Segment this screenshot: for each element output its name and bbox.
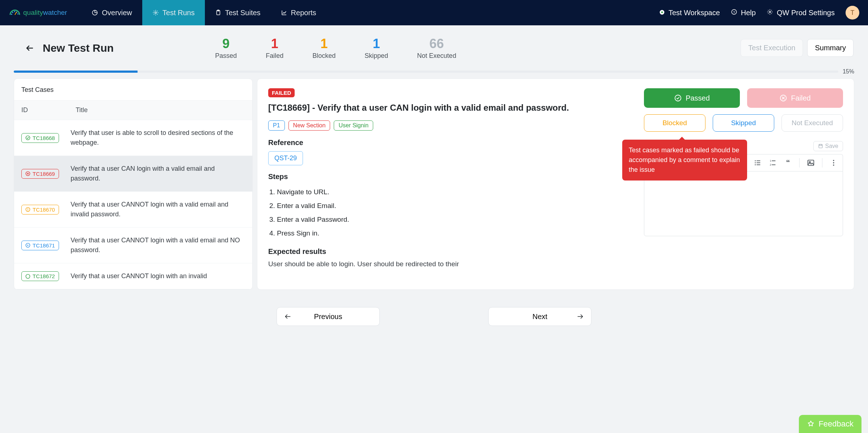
x-circle-icon [779,94,787,102]
nav-tab-overview[interactable]: Overview [81,0,142,25]
help-link[interactable]: ? Help [731,9,756,17]
next-button[interactable]: Next [488,307,591,326]
tc-id: TC18668 [33,135,55,141]
svg-point-21 [755,160,756,161]
svg-point-25 [755,164,756,165]
svg-point-16 [26,274,30,278]
svg-text:1: 1 [770,159,771,162]
list-row[interactable]: TC18670 Verify that a user CANNOT login … [14,192,252,228]
tc-title: Verify that a user CANNOT login with a v… [71,235,245,255]
action-skipped-button[interactable]: Skipped [713,114,774,132]
svg-text:?: ? [733,10,735,14]
tc-id: TC18669 [33,171,55,177]
page-title: New Test Run [43,42,114,54]
tc-title: Verify that a user CAN login with a vali… [71,164,245,183]
save-label: Save [825,143,838,149]
test-cases-panel: Test Cases ID Title TC18668 Verify that … [14,78,253,290]
svg-point-35 [833,165,834,166]
status-badge: TC18671 [21,241,59,250]
nav-tab-label: Reports [291,9,316,17]
list-body[interactable]: TC18668 Verify that user is able to scro… [14,120,252,289]
stat-value: 66 [417,36,456,51]
action-blocked-button[interactable]: Blocked [644,114,705,132]
circle-dot-icon [659,9,665,17]
help-label: Help [741,9,756,17]
back-arrow-icon[interactable] [25,44,34,52]
list-row[interactable]: TC18668 Verify that user is able to scro… [14,120,252,156]
test-cases-title: Test Cases [14,79,252,101]
svg-point-33 [833,160,834,161]
settings-link[interactable]: QW Prod Settings [767,9,835,17]
pager: Previous Next [0,298,868,335]
nav-tab-test-suites[interactable]: Test Suites [205,0,271,25]
button-label: Passed [686,94,710,102]
workspace-selector[interactable]: Test Workspace [659,9,720,17]
numbered-list-icon[interactable]: 12 [769,159,777,167]
list-row[interactable]: TC18669 Verify that a user CAN login wit… [14,156,252,192]
actions-sidebar: Passed Failed Blocked Skipped Not Execut… [640,79,854,289]
avatar[interactable]: T [846,6,859,20]
settings-label: QW Prod Settings [777,9,835,17]
step-item: Navigate to URL. [277,185,629,199]
list-row[interactable]: TC18672 Verify that a user CANNOT login … [14,263,252,289]
svg-line-0 [15,12,17,15]
stat-label: Passed [215,52,237,60]
bullet-list-icon[interactable] [754,159,762,167]
nav-tab-reports[interactable]: Reports [271,0,326,25]
tag-module: User Signin [334,120,373,131]
tags-row: P1 New Section User Signin [268,120,629,131]
main-content: Test Cases ID Title TC18668 Verify that … [0,78,868,298]
stat-label: Blocked [312,52,336,60]
logo[interactable]: qualitywatcher [9,9,67,17]
button-label: Next [532,313,547,321]
svg-rect-20 [819,144,822,146]
detail-title: [TC18669] - Verify that a user CAN login… [268,102,629,114]
progress-row: 15% [0,68,868,78]
avatar-initial: T [851,9,855,17]
action-not-executed-button[interactable]: Not Executed [781,114,843,132]
tc-title: Verify that a user CANNOT login with a v… [71,200,245,219]
summary-tab-button[interactable]: Summary [807,39,854,57]
save-icon [818,144,823,149]
toolbar-divider [799,158,800,167]
stat-label: Failed [266,52,283,60]
nav-tab-label: Test Runs [163,9,195,17]
previous-button[interactable]: Previous [277,307,380,326]
test-execution-tab-button[interactable]: Test Execution [741,39,803,57]
detail-panel: FAILED [TC18669] - Verify that a user CA… [257,78,854,290]
header-buttons: Test Execution Summary [741,39,854,57]
tc-title: Verify that a user CANNOT login with an … [71,271,245,281]
reference-link[interactable]: QST-29 [268,151,303,165]
gear-icon [152,9,159,16]
stat-blocked: 1Blocked [312,36,336,60]
quote-icon[interactable]: “ [784,159,792,167]
save-button[interactable]: Save [813,141,843,151]
nav-tab-test-runs[interactable]: Test Runs [142,0,205,25]
button-label: Previous [314,313,342,321]
button-label: Failed [791,94,810,102]
step-item: Enter a valid Password. [277,213,629,226]
reference-heading: Reference [268,139,629,147]
logo-mark-icon [9,9,21,16]
tag-priority: P1 [268,120,285,131]
stat-not-executed: 66Not Executed [417,36,456,60]
detail-body: FAILED [TC18669] - Verify that a user CA… [257,79,640,289]
stat-skipped: 1Skipped [365,36,388,60]
tc-title: Verify that user is able to scroll to de… [71,128,245,148]
action-passed-button[interactable]: Passed [644,88,740,108]
more-icon[interactable] [830,159,838,167]
workspace-name: Test Workspace [669,9,720,17]
nav-tab-label: Overview [102,9,132,17]
page-header: New Test Run 9Passed 1Failed 1Blocked 1S… [0,25,868,68]
progress-percent: 15% [843,68,854,75]
comment-editor[interactable] [644,171,843,236]
status-badge: TC18672 [21,271,59,281]
chart-icon [281,9,287,16]
image-icon[interactable] [807,159,815,167]
tc-id: TC18670 [33,207,55,213]
list-header: ID Title [14,101,252,120]
svg-text:2: 2 [770,163,771,166]
stat-value: 1 [266,36,283,51]
action-failed-button[interactable]: Failed [747,88,843,108]
list-row[interactable]: TC18671 Verify that a user CANNOT login … [14,228,252,263]
